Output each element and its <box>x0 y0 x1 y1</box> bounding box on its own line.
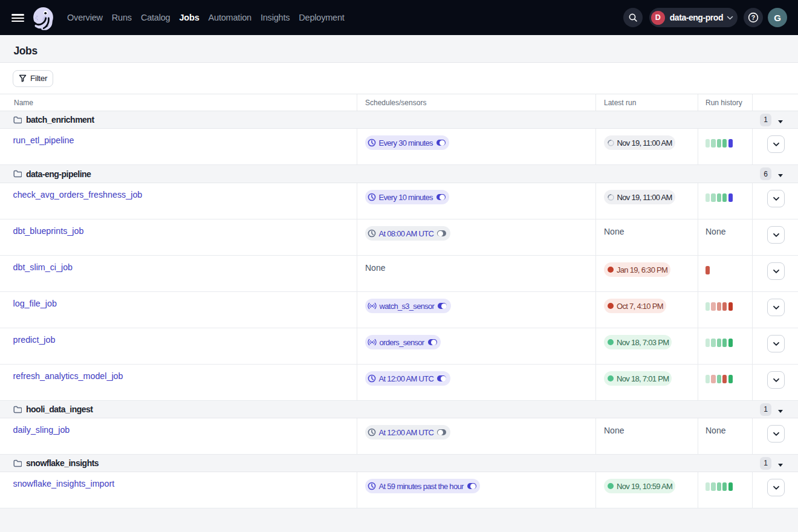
svg-text:?: ? <box>751 14 755 21</box>
